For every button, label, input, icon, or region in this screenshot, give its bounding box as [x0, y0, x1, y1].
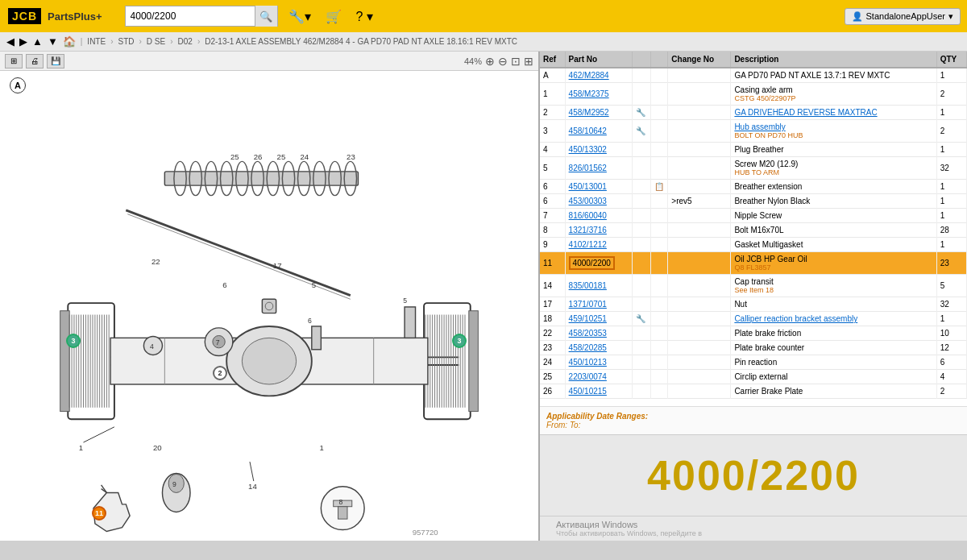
table-row[interactable]: 4450/13302Plug Breather1 — [540, 143, 967, 157]
part-number-link[interactable]: 2203/0074 — [569, 372, 607, 381]
part-number-link[interactable]: 835/00181 — [569, 281, 607, 290]
table-row[interactable]: 114000/2200Oil JCB HP Gear OilQ8 FL38572… — [540, 252, 967, 275]
cell-partno[interactable]: 450/10213 — [565, 355, 633, 370]
part-number-link[interactable]: 450/10213 — [569, 358, 607, 367]
part-number-link[interactable]: 4102/1212 — [569, 240, 607, 249]
part-number-link[interactable]: 453/00303 — [569, 197, 607, 205]
cell-partno[interactable]: 458/10642 — [565, 120, 633, 143]
cell-partno[interactable]: 450/13001 — [565, 180, 633, 194]
zoom-fit-button[interactable]: ⊡ — [511, 55, 521, 68]
cell-partno[interactable]: 458/20353 — [565, 326, 633, 341]
svg-rect-4 — [60, 311, 70, 412]
user-button[interactable]: 👤 StandaloneAppUser ▾ — [845, 8, 961, 25]
table-row[interactable]: 94102/1212Gasket Multigasket1 — [540, 238, 967, 252]
part-number-link[interactable]: 458/10642 — [569, 127, 607, 135]
zoom-actual-button[interactable]: ⊞ — [524, 55, 533, 68]
cell-description: Bolt M16x70L — [731, 223, 936, 238]
cart-button[interactable]: 🛒 — [322, 7, 346, 26]
parts-table-container[interactable]: Ref Part No Change No Description QTY A4… — [540, 52, 967, 406]
search-button[interactable]: 🔍 — [255, 6, 277, 27]
cell-partno[interactable]: 453/00303 — [565, 194, 633, 209]
cell-description: Oil JCB HP Gear OilQ8 FL3857 — [731, 252, 936, 275]
table-row[interactable]: 23458/20285Plate brake counter12 — [540, 341, 967, 355]
breadcrumb-inte[interactable]: INTE — [87, 37, 106, 46]
table-row[interactable]: 6450/13001📋Breather extension1 — [540, 180, 967, 194]
table-row[interactable]: 6453/00303>rev5Breather Nylon Black1 — [540, 194, 967, 209]
part-number-link[interactable]: 450/10215 — [569, 387, 607, 396]
activation-subtitle: Чтобы активировать Windows, перейдите в — [556, 529, 951, 537]
description-link[interactable]: GA DRIVEHEAD REVERSE MAXTRAC — [734, 108, 877, 117]
tools-button[interactable]: 🔧▾ — [284, 7, 315, 26]
cell-partno[interactable]: 826/01562 — [565, 157, 633, 180]
cell-partno[interactable]: 458/M2375 — [565, 83, 633, 106]
part-number-link[interactable]: 450/13302 — [569, 145, 607, 154]
cell-partno[interactable]: 2203/0074 — [565, 370, 633, 384]
callout-badge-3-left: 3 — [66, 334, 81, 348]
cell-partno[interactable]: 4000/2200 — [565, 252, 633, 275]
table-row[interactable]: 2458/M2952🔧GA DRIVEHEAD REVERSE MAXTRAC1 — [540, 106, 967, 120]
part-number-link[interactable]: 458/20353 — [569, 329, 607, 338]
cell-flag2 — [651, 68, 668, 83]
table-row[interactable]: 26450/10215Carrier Brake Plate2 — [540, 384, 967, 399]
cell-partno[interactable]: 835/00181 — [565, 275, 633, 297]
breadcrumb-d02[interactable]: D02 — [178, 37, 193, 46]
cell-qty: 28 — [936, 223, 966, 238]
table-row[interactable]: 22458/20353Plate brake friction10 — [540, 326, 967, 341]
part-number-link[interactable]: 1321/3716 — [569, 226, 607, 234]
cell-partno[interactable]: 459/10251 — [565, 312, 633, 326]
part-number-link[interactable]: 459/10251 — [569, 314, 607, 323]
cell-partno[interactable]: 458/M2952 — [565, 106, 633, 120]
table-row[interactable]: 5826/01562Screw M20 (12.9)HUB TO ARM32 — [540, 157, 967, 180]
table-row[interactable]: 1458/M2375Casing axle armCSTG 450/22907P… — [540, 83, 967, 106]
cell-partno[interactable]: 458/20285 — [565, 341, 633, 355]
nav-back-icon[interactable]: ◀ — [6, 35, 15, 48]
cell-flag1 — [633, 275, 651, 297]
zoom-out-button[interactable]: ⊖ — [498, 55, 508, 68]
breadcrumb-std[interactable]: STD — [118, 37, 134, 46]
table-row[interactable]: A462/M2884GA PD70 PAD NT AXLE 13.7:1 REV… — [540, 68, 967, 83]
cell-ref: 8 — [540, 223, 565, 238]
table-row[interactable]: 7816/60040Nipple Screw1 — [540, 209, 967, 223]
part-number-link[interactable]: 826/01562 — [569, 164, 607, 172]
part-number-link[interactable]: 458/M2952 — [569, 108, 609, 117]
part-number-link[interactable]: 458/M2375 — [569, 89, 609, 98]
table-row[interactable]: 14835/00181Cap transitSee Item 185 — [540, 275, 967, 297]
table-row[interactable]: 18459/10251🔧Calliper reaction bracket as… — [540, 312, 967, 326]
cell-partno[interactable]: 4102/1212 — [565, 238, 633, 252]
cell-partno[interactable]: 450/13302 — [565, 143, 633, 157]
cell-changeno — [668, 223, 731, 238]
search-input[interactable] — [126, 9, 255, 23]
home-icon[interactable]: 🏠 — [63, 35, 76, 48]
description-link[interactable]: Calliper reaction bracket assembly — [734, 314, 857, 323]
description-link[interactable]: Hub assembly — [734, 122, 785, 131]
diagram-toolbar: ⊞ 🖨 💾 44% ⊕ ⊖ ⊡ ⊞ — [0, 52, 538, 71]
cell-partno[interactable]: 450/10215 — [565, 384, 633, 399]
zoom-in-button[interactable]: ⊕ — [485, 55, 495, 68]
part-number-link[interactable]: 4000/2200 — [569, 256, 615, 270]
cell-changeno — [668, 180, 731, 194]
part-number-link[interactable]: 462/M2884 — [569, 71, 609, 80]
table-row[interactable]: 3458/10642🔧Hub assemblyBOLT ON PD70 HUB2 — [540, 120, 967, 143]
part-number-link[interactable]: 450/13001 — [569, 182, 607, 191]
cell-partno[interactable]: 1371/0701 — [565, 297, 633, 312]
table-row[interactable]: 171371/0701Nut32 — [540, 297, 967, 312]
nav-up-icon[interactable]: ▲ — [32, 35, 43, 48]
table-row[interactable]: 252203/0074Circlip external4 — [540, 370, 967, 384]
print-button[interactable]: 🖨 — [26, 54, 44, 68]
part-number-link[interactable]: 1371/0701 — [569, 300, 607, 309]
breadcrumb-dse[interactable]: D SE — [147, 37, 165, 46]
cell-partno[interactable]: 1321/3716 — [565, 223, 633, 238]
help-button[interactable]: ? ▾ — [352, 7, 377, 26]
fit-view-button[interactable]: ⊞ — [5, 54, 23, 68]
cell-qty: 2 — [936, 384, 966, 399]
table-row[interactable]: 81321/3716Bolt M16x70L28 — [540, 223, 967, 238]
save-image-button[interactable]: 💾 — [47, 54, 64, 68]
cell-partno[interactable]: 816/60040 — [565, 209, 633, 223]
nav-down-icon[interactable]: ▼ — [48, 35, 58, 48]
part-number-link[interactable]: 458/20285 — [569, 343, 607, 352]
part-number-link[interactable]: 816/60040 — [569, 211, 607, 220]
nav-forward-icon[interactable]: ▶ — [19, 35, 27, 48]
table-row[interactable]: 24450/10213Pin reaction6 — [540, 355, 967, 370]
cell-partno[interactable]: 462/M2884 — [565, 68, 633, 83]
cell-qty: 32 — [936, 157, 966, 180]
